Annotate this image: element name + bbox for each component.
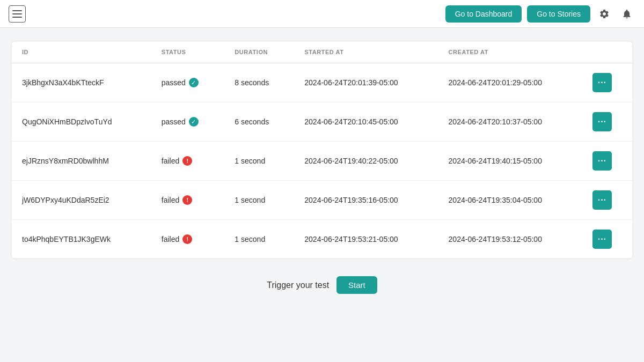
cell-action: ··· [582,220,633,259]
col-started-at: STARTED AT [294,41,437,63]
col-actions [582,41,633,63]
table-row: 3jkBhgxN3aX4bKTteckFpassed✓8 seconds2024… [11,63,633,102]
bell-icon [621,9,632,19]
status-text: failed [162,235,179,243]
error-icon: ! [182,156,192,166]
cell-id: QugONiXHmBDpzIvoTuYd [11,102,151,142]
check-icon: ✓ [189,117,199,127]
table-row: to4kPhqbEYTB1JK3gEWkfailed!1 second2024-… [11,220,633,259]
header-right: Go to Dashboard Go to Stories [445,5,635,23]
cell-started-at: 2024-06-24T19:40:22-05:00 [294,142,437,181]
table-row: ejJRznsY8xmRD0bwlhhMfailed!1 second2024-… [11,142,633,181]
cell-status: passed✓ [151,63,224,102]
cell-id: 3jkBhgxN3aX4bKTteckF [11,63,151,102]
row-actions-button[interactable]: ··· [592,230,612,249]
cell-id: ejJRznsY8xmRD0bwlhhM [11,142,151,181]
error-icon: ! [182,195,192,205]
table-row: jW6DYPxy4uKDdaR5zEi2failed!1 second2024-… [11,181,633,220]
cell-action: ··· [582,142,633,181]
status-text: passed [162,78,186,87]
runs-table: ID STATUS DURATION STARTED AT CREATED AT… [11,41,633,258]
status-text: failed [162,196,179,204]
cell-started-at: 2024-06-24T20:01:39-05:00 [294,63,437,102]
cell-action: ··· [582,63,633,102]
status-text: passed [162,117,186,126]
cell-status: failed! [151,181,224,220]
cell-id: jW6DYPxy4uKDdaR5zEi2 [11,181,151,220]
cell-created-at: 2024-06-24T19:53:12-05:00 [438,220,582,259]
settings-button[interactable] [596,5,613,23]
cell-created-at: 2024-06-24T20:10:37-05:00 [438,102,582,142]
cell-action: ··· [582,102,633,142]
notifications-button[interactable] [618,5,635,23]
table-row: QugONiXHmBDpzIvoTuYdpassed✓6 seconds2024… [11,102,633,142]
cell-created-at: 2024-06-24T19:35:04-05:00 [438,181,582,220]
check-icon: ✓ [189,78,199,87]
go-to-dashboard-button[interactable]: Go to Dashboard [445,5,522,23]
main-content: ID STATUS DURATION STARTED AT CREATED AT… [0,28,644,307]
cell-status: failed! [151,142,224,181]
col-duration: DURATION [224,41,294,63]
cell-id: to4kPhqbEYTB1JK3gEWk [11,220,151,259]
row-actions-button[interactable]: ··· [592,151,612,171]
menu-button[interactable] [9,5,26,23]
error-icon: ! [182,234,192,244]
cell-created-at: 2024-06-24T19:40:15-05:00 [438,142,582,181]
row-actions-button[interactable]: ··· [592,112,612,131]
cell-duration: 1 second [224,220,294,259]
trigger-label: Trigger your test [267,280,329,290]
col-status: STATUS [151,41,224,63]
cell-duration: 8 seconds [224,63,294,102]
trigger-section: Trigger your test Start [11,276,633,294]
runs-table-container: ID STATUS DURATION STARTED AT CREATED AT… [11,41,633,259]
status-text: failed [162,157,179,165]
col-created-at: CREATED AT [438,41,582,63]
go-to-stories-button[interactable]: Go to Stories [527,5,590,23]
header: Go to Dashboard Go to Stories [0,0,644,28]
cell-action: ··· [582,181,633,220]
table-header-row: ID STATUS DURATION STARTED AT CREATED AT [11,41,633,63]
row-actions-button[interactable]: ··· [592,190,612,210]
col-id: ID [11,41,151,63]
cell-status: failed! [151,220,224,259]
cell-duration: 1 second [224,181,294,220]
cell-started-at: 2024-06-24T19:35:16-05:00 [294,181,437,220]
cell-started-at: 2024-06-24T20:10:45-05:00 [294,102,437,142]
cell-status: passed✓ [151,102,224,142]
row-actions-button[interactable]: ··· [592,73,612,92]
cell-duration: 6 seconds [224,102,294,142]
cell-created-at: 2024-06-24T20:01:29-05:00 [438,63,582,102]
cell-duration: 1 second [224,142,294,181]
cell-started-at: 2024-06-24T19:53:21-05:00 [294,220,437,259]
header-left [9,5,26,23]
gear-icon [599,9,610,19]
start-button[interactable]: Start [336,276,377,294]
